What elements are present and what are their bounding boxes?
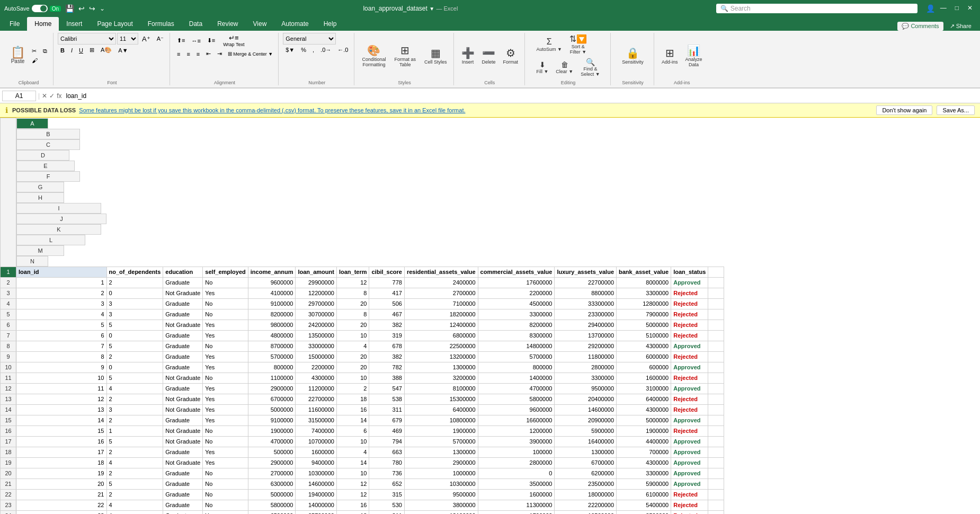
table-cell[interactable]: 8700000: [248, 341, 296, 351]
percent-btn[interactable]: %: [298, 46, 309, 54]
table-cell[interactable]: 14: [16, 415, 107, 426]
table-cell[interactable]: 782: [369, 362, 404, 373]
table-cell[interactable]: 3: [16, 298, 107, 309]
table-cell[interactable]: 30700000: [296, 309, 336, 320]
table-cell[interactable]: 8800000: [555, 288, 617, 298]
table-cell[interactable]: 6100000: [617, 489, 671, 500]
table-cell-empty[interactable]: [708, 362, 724, 373]
table-cell[interactable]: 1300000: [555, 447, 617, 457]
col-header-H[interactable]: H: [16, 192, 64, 203]
row-num-11[interactable]: 11: [1, 373, 16, 383]
table-cell[interactable]: 5800000: [478, 394, 555, 404]
confirm-formula-btn[interactable]: ✓: [49, 92, 55, 100]
col-header-L[interactable]: L: [16, 235, 85, 245]
row-num-13[interactable]: 13: [1, 394, 16, 404]
row-num-14[interactable]: 14: [1, 404, 16, 415]
table-cell[interactable]: 9800000: [248, 320, 296, 330]
table-cell[interactable]: 29900000: [296, 277, 336, 288]
paste-btn[interactable]: 📋 Paste: [7, 46, 28, 65]
table-cell-empty[interactable]: [708, 436, 724, 447]
table-cell[interactable]: 16: [336, 500, 369, 510]
table-cell[interactable]: 4100000: [248, 288, 296, 298]
insert-function-btn[interactable]: fx: [57, 92, 61, 100]
sensitivity-btn[interactable]: 🔒 Sensitivity: [619, 46, 647, 66]
table-cell[interactable]: 8300000: [478, 330, 555, 341]
table-cell[interactable]: Yes: [203, 394, 248, 404]
table-cell[interactable]: 14600000: [555, 404, 617, 415]
table-cell[interactable]: 11: [16, 383, 107, 394]
decrease-indent-btn[interactable]: ⇤: [203, 49, 213, 58]
undo-btn[interactable]: ↩: [78, 4, 85, 13]
table-cell[interactable]: 1900000: [404, 426, 478, 436]
table-cell[interactable]: No: [203, 468, 248, 478]
row-num-4[interactable]: 4: [1, 298, 16, 309]
row-num-7[interactable]: 7: [1, 330, 16, 341]
tab-data[interactable]: Data: [182, 17, 210, 31]
table-cell[interactable]: 1600000: [296, 447, 336, 457]
table-cell[interactable]: No: [203, 373, 248, 383]
table-cell[interactable]: Graduate: [163, 277, 203, 288]
fill-btn[interactable]: ⬇ Fill ▼: [533, 59, 551, 75]
table-cell[interactable]: 5: [106, 373, 163, 383]
font-color-btn[interactable]: A▼: [115, 46, 130, 55]
table-cell[interactable]: 5000000: [248, 489, 296, 500]
table-cell[interactable]: 0: [478, 468, 555, 478]
table-cell[interactable]: 14600000: [296, 478, 336, 489]
table-cell[interactable]: 5900000: [555, 426, 617, 436]
table-cell[interactable]: 4: [336, 447, 369, 457]
table-cell[interactable]: 7: [16, 341, 107, 351]
table-cell[interactable]: Rejected: [671, 351, 708, 362]
table-cell[interactable]: 10: [336, 373, 369, 383]
align-right-btn[interactable]: ≡: [194, 50, 202, 58]
table-cell[interactable]: 467: [369, 309, 404, 320]
table-cell[interactable]: 19400000: [296, 489, 336, 500]
table-cell[interactable]: 9500000: [555, 383, 617, 394]
table-cell[interactable]: Approved: [671, 341, 708, 351]
table-cell[interactable]: 3300000: [617, 468, 671, 478]
maximize-btn[interactable]: □: [952, 4, 962, 13]
analyze-data-btn[interactable]: 📊 AnalyzeData: [682, 43, 706, 68]
table-cell[interactable]: Rejected: [671, 288, 708, 298]
table-cell[interactable]: 6700000: [248, 394, 296, 404]
table-cell[interactable]: 29200000: [555, 341, 617, 351]
table-cell[interactable]: 506: [369, 298, 404, 309]
table-cell[interactable]: 417: [369, 288, 404, 298]
table-cell[interactable]: 6: [336, 426, 369, 436]
table-cell[interactable]: 20400000: [555, 394, 617, 404]
font-size-select[interactable]: 11: [117, 33, 138, 45]
table-cell[interactable]: No: [203, 500, 248, 510]
table-cell[interactable]: 2900000: [248, 383, 296, 394]
table-cell[interactable]: 23500000: [555, 478, 617, 489]
number-format-select[interactable]: General: [283, 33, 336, 45]
increase-indent-btn[interactable]: ⇥: [215, 49, 225, 58]
addins-btn[interactable]: ⊞ Add-ins: [658, 46, 681, 66]
table-cell[interactable]: 12: [336, 489, 369, 500]
table-cell-empty[interactable]: [708, 394, 724, 404]
table-cell[interactable]: 8200000: [478, 320, 555, 330]
table-cell-empty[interactable]: [708, 457, 724, 468]
table-cell[interactable]: 9100000: [248, 415, 296, 426]
wrap-text-btn[interactable]: ↵≡ Wrap Text: [221, 33, 246, 48]
table-cell[interactable]: 4300000: [617, 457, 671, 468]
row-num-10[interactable]: 10: [1, 362, 16, 373]
table-cell[interactable]: 547: [369, 383, 404, 394]
table-cell[interactable]: Not Graduate: [163, 373, 203, 383]
align-center-btn[interactable]: ≡: [184, 50, 192, 58]
table-cell[interactable]: 16: [16, 436, 107, 447]
tab-file[interactable]: File: [2, 17, 27, 31]
table-cell[interactable]: Graduate: [163, 489, 203, 500]
decrease-font-btn[interactable]: A⁻: [154, 34, 166, 43]
table-cell[interactable]: 18000000: [555, 489, 617, 500]
table-cell-empty[interactable]: [708, 489, 724, 500]
insert-btn[interactable]: ➕ Insert: [458, 46, 478, 66]
tab-home[interactable]: Home: [27, 17, 59, 31]
table-cell[interactable]: 780: [369, 457, 404, 468]
table-cell[interactable]: 13200000: [404, 351, 478, 362]
table-cell[interactable]: Approved: [671, 468, 708, 478]
table-cell[interactable]: 4700000: [248, 436, 296, 447]
format-painter-btn[interactable]: 🖌: [29, 56, 40, 65]
tab-review[interactable]: Review: [210, 17, 245, 31]
format-as-table-btn[interactable]: ⊞ Format asTable: [391, 43, 419, 68]
table-cell[interactable]: 20: [336, 298, 369, 309]
row-num-20[interactable]: 20: [1, 468, 16, 478]
